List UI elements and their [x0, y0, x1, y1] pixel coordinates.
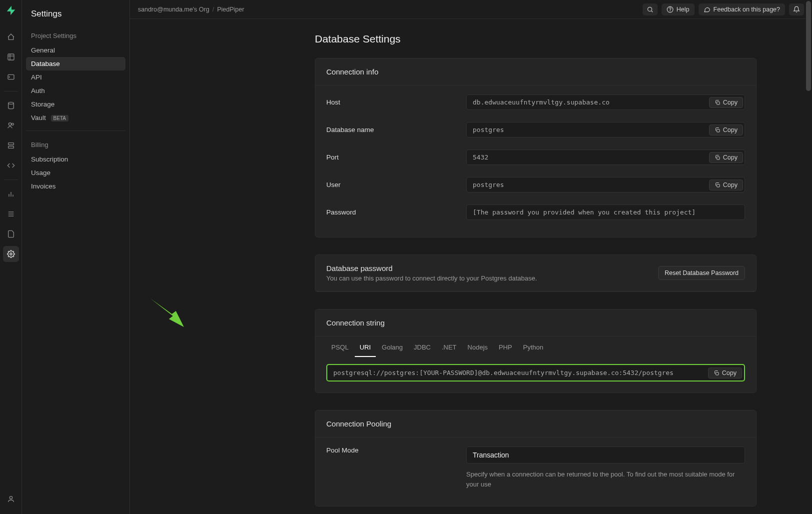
user-account-icon[interactable]: [3, 491, 19, 507]
svg-rect-25: [716, 372, 719, 375]
sidebar-item-vault[interactable]: Vault BETA: [26, 111, 125, 124]
sidebar-item-general[interactable]: General: [26, 44, 125, 57]
nav-rail: [0, 0, 22, 514]
connection-string-title: Connection string: [315, 310, 756, 336]
breadcrumb-project[interactable]: PiedPiper: [217, 6, 244, 13]
dbname-label: Database name: [326, 126, 466, 134]
sidebar-item-subscription[interactable]: Subscription: [26, 152, 125, 166]
settings-sidebar: Settings Project Settings General Databa…: [22, 0, 130, 514]
host-input[interactable]: [466, 94, 745, 110]
sidebar-item-api[interactable]: API: [26, 70, 125, 84]
svg-point-4: [8, 102, 13, 104]
db-password-title: Database password: [326, 264, 537, 272]
sidebar-item-auth[interactable]: Auth: [26, 84, 125, 98]
svg-point-17: [648, 7, 652, 11]
connection-pooling-title: Connection Pooling: [315, 410, 756, 438]
search-button[interactable]: [643, 4, 658, 16]
tab-uri[interactable]: URI: [355, 336, 376, 357]
auth-icon[interactable]: [3, 118, 19, 134]
table-editor-icon[interactable]: [3, 49, 19, 65]
feedback-button[interactable]: Feedback on this page?: [699, 4, 785, 16]
svg-rect-7: [8, 143, 13, 145]
settings-icon[interactable]: [3, 246, 19, 262]
svg-rect-24: [717, 184, 720, 187]
help-icon: [667, 6, 674, 13]
svg-rect-21: [717, 102, 720, 104]
sidebar-item-storage[interactable]: Storage: [26, 98, 125, 111]
reports-icon[interactable]: [3, 186, 19, 202]
copy-connection-string-button[interactable]: Copy: [708, 368, 742, 378]
sidebar-item-usage[interactable]: Usage: [26, 166, 125, 180]
tab-dotnet[interactable]: .NET: [437, 336, 462, 357]
api-docs-icon[interactable]: [3, 226, 19, 242]
svg-point-16: [9, 496, 12, 499]
host-label: Host: [326, 98, 466, 106]
copy-host-button[interactable]: Copy: [709, 97, 743, 108]
tab-golang[interactable]: Golang: [377, 336, 408, 357]
dbname-input[interactable]: [466, 122, 745, 138]
sidebar-title: Settings: [26, 7, 125, 28]
user-label: User: [326, 181, 466, 188]
copy-icon: [715, 100, 721, 106]
supabase-logo-icon: [5, 5, 16, 16]
content: Database Settings Connection info Host C…: [130, 19, 812, 514]
notifications-button[interactable]: [789, 4, 804, 16]
tab-php[interactable]: PHP: [494, 336, 517, 357]
sidebar-item-invoices[interactable]: Invoices: [26, 180, 125, 193]
user-input[interactable]: [466, 177, 745, 192]
connection-string-panel: Connection string PSQL URI Golang JDBC .…: [315, 309, 757, 393]
connection-pooling-panel: Connection Pooling Pool Mode Transaction…: [315, 410, 757, 506]
connection-string-tabs: PSQL URI Golang JDBC .NET Nodejs PHP Pyt…: [315, 336, 756, 357]
password-input[interactable]: [466, 204, 745, 220]
svg-point-5: [8, 123, 11, 126]
database-icon[interactable]: [3, 98, 19, 114]
port-input[interactable]: [466, 150, 745, 165]
svg-point-15: [10, 253, 12, 255]
copy-port-button[interactable]: Copy: [709, 152, 743, 163]
copy-icon: [715, 182, 721, 188]
svg-line-18: [651, 10, 653, 12]
tab-python[interactable]: Python: [518, 336, 548, 357]
chat-icon: [704, 6, 711, 13]
svg-rect-23: [717, 156, 720, 160]
sidebar-item-database[interactable]: Database: [26, 57, 125, 70]
home-icon[interactable]: [3, 29, 19, 45]
svg-rect-0: [8, 54, 14, 60]
pool-mode-help: Specify when a connection can be returne…: [466, 470, 745, 489]
tab-jdbc[interactable]: JDBC: [409, 336, 436, 357]
main: sandro@munda.me's Org / PiedPiper Help F…: [130, 0, 812, 514]
scrollbar[interactable]: [806, 1, 811, 91]
edge-functions-icon[interactable]: [3, 158, 19, 174]
db-password-subtitle: You can use this password to connect dir…: [326, 274, 537, 282]
copy-dbname-button[interactable]: Copy: [709, 124, 743, 136]
connection-info-panel: Connection info Host Copy Database name: [315, 58, 757, 238]
copy-icon: [715, 127, 721, 133]
breadcrumb: sandro@munda.me's Org / PiedPiper: [138, 6, 244, 13]
svg-point-20: [670, 10, 671, 11]
copy-icon: [715, 154, 721, 160]
sidebar-section-project: Project Settings: [26, 28, 125, 44]
page-title: Database Settings: [315, 33, 757, 45]
svg-rect-22: [717, 129, 720, 132]
pool-mode-select[interactable]: Transaction: [466, 446, 745, 464]
db-password-panel: Database password You can use this passw…: [315, 254, 757, 292]
sidebar-section-billing: Billing: [26, 137, 125, 152]
storage-icon[interactable]: [3, 138, 19, 154]
help-button[interactable]: Help: [662, 4, 695, 16]
svg-rect-8: [8, 146, 13, 148]
topbar: sandro@munda.me's Org / PiedPiper Help F…: [130, 0, 812, 19]
port-label: Port: [326, 154, 466, 161]
tab-psql[interactable]: PSQL: [326, 336, 354, 357]
breadcrumb-org[interactable]: sandro@munda.me's Org: [138, 6, 209, 13]
reset-password-button[interactable]: Reset Database Password: [658, 266, 745, 280]
connection-string-input[interactable]: [327, 365, 744, 380]
connection-info-title: Connection info: [315, 58, 756, 86]
password-label: Password: [326, 208, 466, 216]
beta-badge: BETA: [51, 115, 68, 122]
pool-mode-label: Pool Mode: [326, 446, 466, 454]
copy-icon: [714, 370, 720, 376]
logs-icon[interactable]: [3, 206, 19, 222]
copy-user-button[interactable]: Copy: [709, 180, 743, 190]
tab-nodejs[interactable]: Nodejs: [463, 336, 493, 357]
sql-editor-icon[interactable]: [3, 69, 19, 85]
